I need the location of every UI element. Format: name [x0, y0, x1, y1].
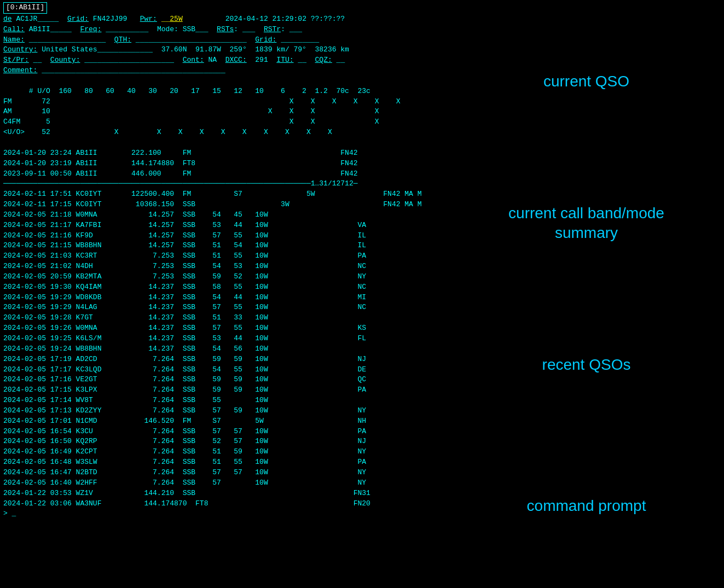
qso-row-19: 2024-02-05 17:15 K3LPX 7.264 SSB 59 59 1…: [3, 385, 445, 395]
qso-row-24: 2024-02-05 16:50 KQ2RP 7.264 SSB 52 57 1…: [3, 436, 445, 447]
qso-row-4: 2024-02-05 21:16 KF9D 14.257 SSB 57 55 1…: [3, 231, 445, 241]
annotation-band-mode: current call band/modesummary: [454, 153, 719, 294]
qso-row-13: 2024-02-05 19:26 W0MNA 14.237 SSB 57 55 …: [3, 323, 445, 334]
qso-row-25: 2024-02-05 16:49 K2CPT 7.264 SSB 51 59 1…: [3, 447, 445, 457]
annotation-current-qso-text: current QSO: [543, 72, 629, 91]
annotation-command-prompt-text: command prompt: [527, 496, 646, 516]
header-line1: de AC1JR_____ Grid: FN42JJ99 Pwr: __25W …: [3, 14, 445, 25]
header-line3: Name: __________________ QTH: __________…: [3, 35, 445, 45]
qso-row-21: 2024-02-05 17:13 KD2ZYY 7.264 SSB 57 59 …: [3, 406, 445, 416]
band-row-c4fm: C4FM 5 X X X: [3, 117, 445, 127]
header-line2: Call: AB1II_____ Freq: __________ Mode: …: [3, 25, 445, 35]
annotation-command-prompt: command prompt: [454, 435, 719, 577]
qso-row-12: 2024-02-05 19:28 K7GT 14.237 SSB 51 33 1…: [3, 313, 445, 323]
command-prompt-input[interactable]: > _: [3, 509, 445, 519]
qso-row-10: 2024-02-05 19:29 WD8KDB 14.237 SSB 54 44…: [3, 293, 445, 303]
qso-row-23: 2024-02-05 16:54 K3CU 7.264 SSB 57 57 10…: [3, 427, 445, 437]
title-bar: [0:AB1II]: [3, 2, 47, 14]
qso-row-26: 2024-02-05 16:48 W3SLW 7.264 SSB 51 55 1…: [3, 457, 445, 468]
qso-row-30: 2024-01-22 03:06 WA3NUF 144.174870 FT8 F…: [3, 499, 445, 509]
annotations-panel: current QSO current call band/modesummar…: [449, 0, 724, 588]
band-row-fm: FM 72 X X X X X X: [3, 97, 445, 107]
blank-line2: [3, 138, 445, 148]
qso-row-16: 2024-02-05 17:19 AD2CD 7.264 SSB 59 59 1…: [3, 354, 445, 365]
band-header: # U/O 160 80 60 40 30 20 17 15 12 10 6 2…: [3, 86, 445, 97]
qso-row-28: 2024-02-05 16:40 W2HFF 7.264 SSB 57 10W …: [3, 478, 445, 488]
qso-row-5: 2024-02-05 21:15 WB8BHN 14.257 SSB 51 54…: [3, 241, 445, 251]
band-row-uo: <U/O> 52 X X X X X X X X X X: [3, 127, 445, 138]
header-line4: Country: United States_____________ 37.6…: [3, 45, 445, 55]
qso-row-22: 2024-02-05 17:01 N1CMD 146.520 FM S7 5W …: [3, 416, 445, 427]
qso-row-14: 2024-02-05 19:25 K6LS/M 14.237 SSB 53 44…: [3, 334, 445, 344]
band-row-am: AM 10 X X X X: [3, 107, 445, 117]
annotation-band-mode-text: current call band/modesummary: [508, 203, 664, 243]
header-line5: St/Pr: __ County: _____________________ …: [3, 55, 445, 66]
qso-row-1: 2024-02-11 17:15 KC0IYT 10368.150 SSB 3W…: [3, 200, 445, 210]
annotation-recent-qsos-text: recent QSOs: [542, 355, 631, 375]
prior-qso-3: 2023-09-11 00:50 AB1II 446.000 FM FN42: [3, 169, 445, 179]
qso-row-15: 2024-02-05 19:24 WB8BHN 14.237 SSB 54 56…: [3, 344, 445, 354]
qso-row-7: 2024-02-05 21:02 N4DH 7.253 SSB 54 53 10…: [3, 261, 445, 272]
qso-row-29: 2024-01-22 03:53 WZ1V 144.210 SSB FN31: [3, 488, 445, 499]
qso-row-11: 2024-02-05 19:29 N4LAG 14.237 SSB 57 55 …: [3, 302, 445, 313]
qso-row-0: 2024-02-11 17:51 KC0IYT 122500.400 FM S7…: [3, 189, 445, 200]
qso-row-17: 2024-02-05 17:17 KC3LQD 7.264 SSB 54 55 …: [3, 365, 445, 375]
annotation-current-qso: current QSO: [454, 11, 719, 153]
qso-row-8: 2024-02-05 20:59 KB2MTA 7.253 SSB 59 52 …: [3, 272, 445, 282]
qso-row-2: 2024-02-05 21:18 W0MNA 14.257 SSB 54 45 …: [3, 210, 445, 220]
header-line6: Comment: _______________________________…: [3, 66, 445, 76]
terminal-window: [0:AB1II] de AC1JR_____ Grid: FN42JJ99 P…: [0, 0, 449, 588]
prior-qso-2: 2024-01-20 23:19 AB1II 144.174880 FT8 FN…: [3, 159, 445, 169]
qso-row-27: 2024-02-05 16:47 N2BTD 7.264 SSB 57 57 1…: [3, 468, 445, 478]
blank-line1: [3, 76, 445, 86]
prior-qso-1: 2024-01-20 23:24 AB1II 222.100 FM FN42: [3, 148, 445, 159]
qso-row-6: 2024-02-05 21:03 KC3RT 7.253 SSB 51 55 1…: [3, 251, 445, 261]
separator-line: ────────────────────────────────────────…: [3, 179, 445, 189]
qso-row-20: 2024-02-05 17:14 WV8T 7.264 SSB 55 10W: [3, 395, 445, 406]
qso-row-9: 2024-02-05 19:30 KQ4IAM 14.237 SSB 58 55…: [3, 282, 445, 293]
annotation-recent-qsos: recent QSOs: [454, 294, 719, 436]
qso-row-3: 2024-02-05 21:17 KA7FBI 14.257 SSB 53 44…: [3, 220, 445, 231]
qso-row-18: 2024-02-05 17:16 VE2GT 7.264 SSB 59 59 1…: [3, 375, 445, 385]
